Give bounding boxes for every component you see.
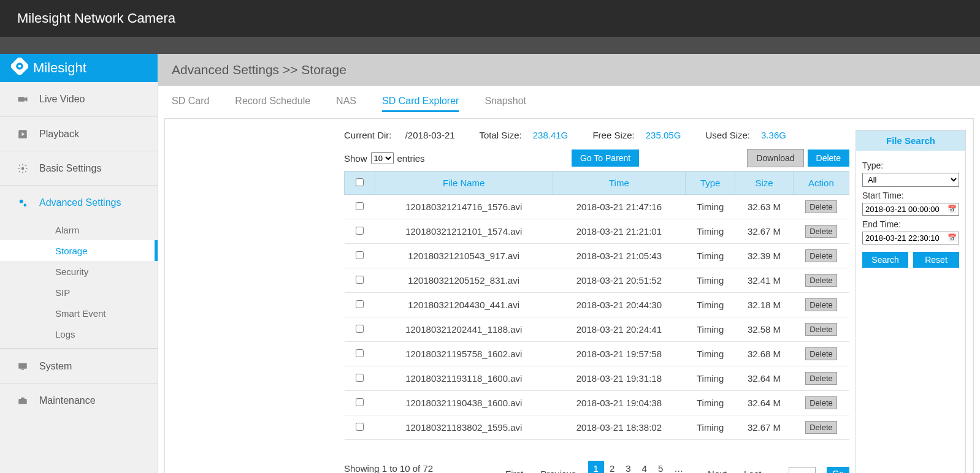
- row-checkbox[interactable]: [356, 202, 364, 210]
- row-checkbox[interactable]: [356, 300, 364, 308]
- entries-select[interactable]: 10: [371, 152, 394, 164]
- row-delete-button[interactable]: Delete: [805, 200, 837, 213]
- sidebar-item-live-video[interactable]: Live Video: [0, 82, 158, 116]
- fs-type-select[interactable]: All: [862, 173, 959, 187]
- show-entries: Show 10 entries: [344, 152, 425, 164]
- row-delete-button[interactable]: Delete: [805, 249, 837, 262]
- sidebar-sub-alarm[interactable]: Alarm: [0, 219, 158, 240]
- sidebar-sub-label: Alarm: [55, 225, 79, 235]
- col-size[interactable]: Size: [735, 172, 794, 195]
- cell-size: 32.64 M: [735, 366, 794, 391]
- fs-start-input[interactable]: [862, 203, 959, 216]
- cell-time: 2018-03-21 20:44:30: [553, 293, 686, 317]
- page-number[interactable]: 2: [604, 461, 620, 473]
- page-first[interactable]: First: [500, 466, 529, 474]
- row-delete-button[interactable]: Delete: [805, 225, 837, 238]
- select-all-checkbox[interactable]: [356, 178, 364, 186]
- go-to-parent-button[interactable]: Go To Parent: [572, 149, 639, 167]
- sidebar-sub-security[interactable]: Security: [0, 261, 158, 282]
- row-delete-button[interactable]: Delete: [805, 298, 837, 311]
- row-delete-button[interactable]: Delete: [805, 323, 837, 336]
- table-row: 120180321193118_1600.avi2018-03-21 19:31…: [345, 366, 849, 391]
- row-delete-button[interactable]: Delete: [805, 421, 837, 434]
- fs-end-label: End Time:: [862, 219, 959, 229]
- fs-start-label: Start Time:: [862, 191, 959, 200]
- col-file[interactable]: File Name: [375, 172, 553, 195]
- fs-search-button[interactable]: Search: [862, 252, 908, 268]
- sidebar-sub-label: Storage: [55, 246, 88, 256]
- row-checkbox[interactable]: [356, 374, 364, 382]
- cell-type: Timing: [686, 317, 735, 342]
- sidebar-item-label: Basic Settings: [39, 163, 101, 174]
- cell-type: Timing: [686, 366, 735, 391]
- page-go-input[interactable]: [789, 467, 816, 473]
- page-number[interactable]: 4: [637, 461, 653, 473]
- cell-type: Timing: [686, 195, 735, 219]
- cell-size: 32.64 M: [735, 391, 794, 415]
- cell-time: 2018-03-21 20:51:52: [553, 268, 686, 293]
- tab-snapshot[interactable]: Snapshot: [484, 96, 526, 112]
- row-checkbox[interactable]: [356, 227, 364, 235]
- sidebar-item-system[interactable]: System: [0, 349, 158, 383]
- camera2-icon: [17, 395, 28, 406]
- svg-point-5: [21, 167, 25, 170]
- cell-time: 2018-03-21 21:05:43: [553, 244, 686, 268]
- table-row: 120180321210543_917.avi2018-03-21 21:05:…: [345, 244, 849, 268]
- camera-icon: [17, 94, 28, 105]
- app-title-bar: Milesight Network Camera: [0, 0, 980, 37]
- svg-rect-10: [18, 399, 27, 404]
- row-checkbox[interactable]: [356, 251, 364, 259]
- row-checkbox[interactable]: [356, 423, 364, 431]
- row-delete-button[interactable]: Delete: [805, 372, 837, 385]
- cell-file: 120180321210543_917.avi: [375, 244, 553, 268]
- page-prev[interactable]: Previous: [535, 466, 581, 474]
- gears-icon: [17, 197, 28, 208]
- file-table: File Name Time Type Size Action 12018032…: [344, 171, 849, 440]
- sidebar-item-maintenance[interactable]: Maintenance: [0, 383, 158, 417]
- cell-type: Timing: [686, 342, 735, 366]
- page-number[interactable]: 3: [620, 461, 636, 473]
- tab-nas[interactable]: NAS: [336, 96, 356, 112]
- tab-sd-card-explorer[interactable]: SD Card Explorer: [382, 96, 459, 112]
- page-last[interactable]: Last: [738, 466, 767, 474]
- row-delete-button[interactable]: Delete: [805, 347, 837, 360]
- calendar-icon[interactable]: 📅: [947, 233, 957, 242]
- row-delete-button[interactable]: Delete: [805, 274, 837, 287]
- table-row: 120180321195758_1602.avi2018-03-21 19:57…: [345, 342, 849, 366]
- fs-end-input[interactable]: [862, 232, 959, 244]
- col-time[interactable]: Time: [553, 172, 686, 195]
- delete-all-button[interactable]: Delete: [808, 149, 849, 167]
- row-delete-button[interactable]: Delete: [805, 396, 837, 409]
- col-type[interactable]: Type: [686, 172, 735, 195]
- sidebar-sub-storage[interactable]: Storage: [0, 240, 158, 261]
- page-number: …: [668, 461, 689, 473]
- tab-sd-card[interactable]: SD Card: [172, 96, 209, 112]
- fs-type-label: Type:: [862, 161, 959, 170]
- fs-reset-button[interactable]: Reset: [913, 252, 959, 268]
- brand-label: Milesight: [33, 60, 86, 76]
- sidebar-sub-smart-event[interactable]: Smart Event: [0, 303, 158, 324]
- sidebar: Milesight Live Video Playback Basic Sett…: [0, 54, 158, 473]
- cell-time: 2018-03-21 19:57:58: [553, 342, 686, 366]
- page-go-button[interactable]: Go: [827, 467, 849, 473]
- calendar-icon[interactable]: 📅: [947, 205, 957, 213]
- row-checkbox[interactable]: [356, 276, 364, 284]
- svg-rect-9: [21, 369, 25, 370]
- page-number[interactable]: 5: [653, 461, 668, 473]
- cell-size: 32.68 M: [735, 342, 794, 366]
- row-checkbox[interactable]: [356, 349, 364, 357]
- cell-type: Timing: [686, 293, 735, 317]
- sidebar-item-playback[interactable]: Playback: [0, 116, 158, 151]
- row-checkbox[interactable]: [356, 325, 364, 333]
- download-button[interactable]: Download: [747, 149, 803, 167]
- sidebar-item-label: Live Video: [39, 94, 85, 105]
- sidebar-item-label: Playback: [39, 129, 79, 140]
- row-checkbox[interactable]: [356, 398, 364, 406]
- page-next[interactable]: Next: [702, 466, 732, 474]
- sidebar-sub-logs[interactable]: Logs: [0, 324, 158, 344]
- sidebar-item-advanced-settings[interactable]: Advanced Settings: [0, 185, 158, 219]
- sidebar-sub-label: Security: [55, 267, 88, 277]
- sidebar-item-basic-settings[interactable]: Basic Settings: [0, 151, 158, 185]
- tab-record-schedule[interactable]: Record Schedule: [235, 96, 310, 112]
- sidebar-sub-sip[interactable]: SIP: [0, 282, 158, 303]
